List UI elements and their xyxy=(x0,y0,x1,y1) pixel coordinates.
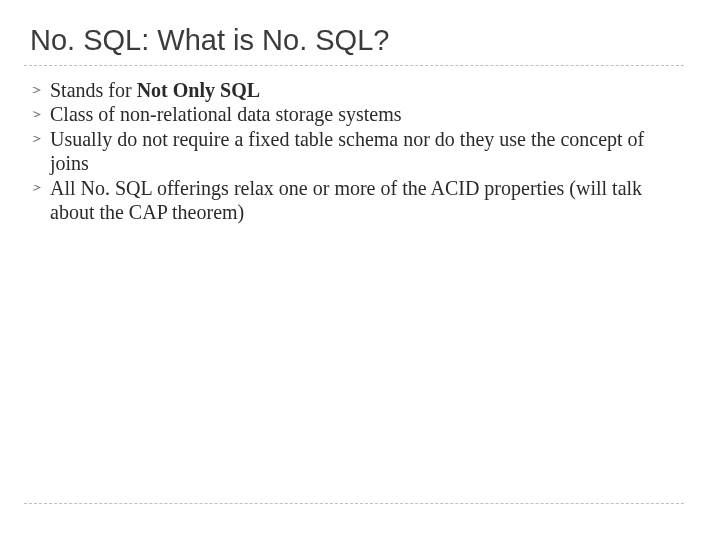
list-item: Stands for Not Only SQL xyxy=(28,78,680,102)
bullet-list: Stands for Not Only SQL Class of non-rel… xyxy=(24,78,684,224)
bullet-text-pre: Usually do not require a fixed table sch… xyxy=(50,128,644,174)
list-item: Usually do not require a fixed table sch… xyxy=(28,127,680,176)
bullet-text-bold: Not Only SQL xyxy=(137,79,260,101)
slide-title: No. SQL: What is No. SQL? xyxy=(30,24,684,57)
list-item: All No. SQL offerings relax one or more … xyxy=(28,176,680,225)
footer-divider xyxy=(24,503,684,504)
slide: No. SQL: What is No. SQL? Stands for Not… xyxy=(0,0,720,540)
title-divider xyxy=(24,65,684,66)
bullet-text-pre: Class of non-relational data storage sys… xyxy=(50,103,402,125)
bullet-text-pre: Stands for xyxy=(50,79,137,101)
bullet-text-pre: All No. SQL offerings relax one or more … xyxy=(50,177,642,223)
list-item: Class of non-relational data storage sys… xyxy=(28,102,680,126)
